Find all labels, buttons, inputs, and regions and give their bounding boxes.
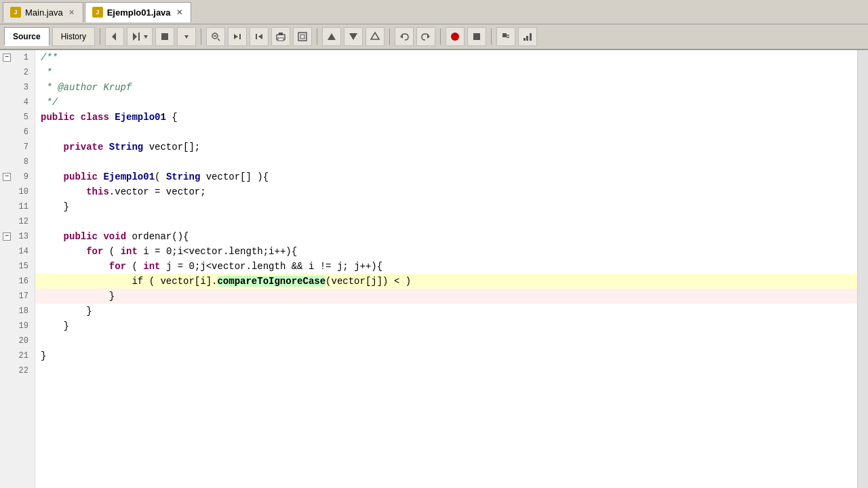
line-number-row-18: 18 <box>0 304 35 319</box>
code-content-19: } <box>35 319 857 333</box>
code-line-13: public void ordenar(){ <box>35 229 857 244</box>
undo-button[interactable] <box>395 27 414 46</box>
svg-marker-5 <box>184 35 189 39</box>
zoom-button[interactable] <box>206 27 225 46</box>
code-content-6 <box>35 125 857 140</box>
fold-box-13[interactable]: − <box>3 232 11 241</box>
editor-container: −12345678−9101112−13141516171819202122 /… <box>0 50 868 488</box>
line-number-row-8: 8 <box>0 155 35 169</box>
fold-icon-10 <box>1 186 12 197</box>
code-line-6 <box>35 125 857 140</box>
record-icon <box>450 31 460 42</box>
line-numbers: −12345678−9101112−13141516171819202122 <box>0 50 35 488</box>
print-button[interactable] <box>271 27 290 46</box>
code-line-2: * <box>35 65 857 80</box>
svg-rect-29 <box>526 36 528 41</box>
code-content-7: private String vector[]; <box>35 140 857 155</box>
line-num-4: 4 <box>12 95 31 110</box>
line-number-row-10: 10 <box>0 184 35 199</box>
code-content-9: public Ejemplo01( String vector[] ){ <box>35 169 857 184</box>
stop-icon <box>159 31 170 42</box>
fold-icon-8 <box>1 157 12 167</box>
code-line-14: for ( int i = 0;i<vector.length;i++){ <box>35 244 857 259</box>
code-line-19: } <box>35 319 857 333</box>
code-line-11: } <box>35 199 857 214</box>
svg-marker-0 <box>112 33 116 41</box>
code-content-21: } <box>35 348 857 363</box>
fold-icon-11 <box>1 201 12 212</box>
line-num-8: 8 <box>12 155 31 169</box>
dropdown-icon <box>142 33 149 40</box>
profile-button[interactable] <box>518 27 537 46</box>
zoom-icon <box>210 31 221 42</box>
fold-icon-20 <box>1 336 12 346</box>
vertical-scrollbar[interactable] <box>857 50 868 488</box>
stop2-icon <box>471 31 482 42</box>
svg-marker-19 <box>349 33 357 40</box>
code-content-20 <box>35 333 857 348</box>
line-number-row-14: 14 <box>0 244 35 259</box>
code-content-4: */ <box>35 95 857 110</box>
code-content-8 <box>35 155 857 169</box>
code-content-3: * @author Krupf <box>35 80 857 95</box>
line-num-18: 18 <box>12 304 31 319</box>
fold-icon-19 <box>1 321 12 331</box>
fold-box-1[interactable]: − <box>3 54 11 62</box>
code-content-2: * <box>35 65 857 80</box>
fold-icon-6 <box>1 127 12 138</box>
line-num-3: 3 <box>12 80 31 95</box>
back-icon <box>109 31 120 42</box>
tab-ejemplo01[interactable]: J Ejemplo01.java ✕ <box>85 2 191 22</box>
frame-button[interactable] <box>293 27 312 46</box>
code-content-12 <box>35 214 857 229</box>
code-content-5: public class Ejemplo01 { <box>35 110 857 125</box>
line-number-row-19: 19 <box>0 319 35 333</box>
dropdown2-button[interactable] <box>177 27 196 46</box>
code-line-21: } <box>35 348 857 363</box>
svg-line-7 <box>218 39 220 41</box>
code-area[interactable]: /** * * @author Krupf */public class Eje… <box>35 50 857 488</box>
code-content-18: } <box>35 304 857 319</box>
fold-icon-22 <box>1 365 12 376</box>
source-button[interactable]: Source <box>4 27 50 46</box>
stop2-button[interactable] <box>467 27 486 46</box>
fold-icon-1[interactable]: − <box>1 52 12 63</box>
svg-marker-18 <box>328 33 336 40</box>
jump-next-button[interactable] <box>228 27 247 46</box>
bookmark-icon <box>370 31 380 42</box>
tab-ejemplo01-close[interactable]: ✕ <box>175 8 184 17</box>
separator-5 <box>440 28 441 45</box>
down-button[interactable] <box>344 27 363 46</box>
history-button[interactable]: History <box>52 27 95 46</box>
bookmark-button[interactable] <box>366 27 384 46</box>
fold-box-9[interactable]: − <box>3 173 11 181</box>
line-num-9: 9 <box>12 169 31 184</box>
code-content-22 <box>35 363 857 378</box>
redo-button[interactable] <box>416 27 435 46</box>
line-number-row-11: 11 <box>0 199 35 214</box>
up-button[interactable] <box>322 27 341 46</box>
line-number-row-5: 5 <box>0 110 35 125</box>
tab-main-close[interactable]: ✕ <box>67 8 76 17</box>
line-number-row-4: 4 <box>0 95 35 110</box>
back-button[interactable] <box>105 27 124 46</box>
forward-button[interactable] <box>127 27 153 46</box>
code-line-5: public class Ejemplo01 { <box>35 110 857 125</box>
jump-prev-button[interactable] <box>250 27 269 46</box>
fold-icon-13[interactable]: − <box>1 231 12 242</box>
code-line-7: private String vector[]; <box>35 140 857 155</box>
svg-marker-1 <box>133 33 137 41</box>
code-line-4: */ <box>35 95 857 110</box>
up-icon <box>326 31 337 42</box>
stop-button[interactable] <box>155 27 174 46</box>
fold-icon-9[interactable]: − <box>1 171 12 182</box>
profile-icon <box>522 31 533 42</box>
fold-icon-15 <box>1 261 12 272</box>
svg-rect-28 <box>524 38 526 41</box>
code-line-22 <box>35 363 857 378</box>
line-number-row-17: 17 <box>0 289 35 304</box>
tab-main[interactable]: J Main.java ✕ <box>3 2 83 22</box>
code-line-15: for ( int j = 0;j<vector.length && i != … <box>35 259 857 274</box>
debug-button[interactable] <box>496 27 515 46</box>
record-button[interactable] <box>446 27 465 46</box>
